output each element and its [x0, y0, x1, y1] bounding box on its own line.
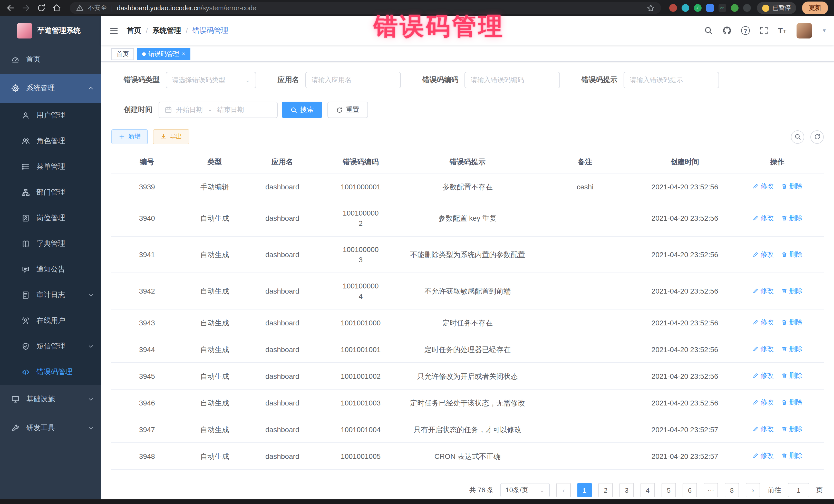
sidebar-item-label: 角色管理: [37, 136, 65, 146]
table-row: 3945自动生成dashboard1001001002只允许修改为开启或者关闭状…: [111, 363, 824, 389]
sidebar-item-devtools[interactable]: 研发工具: [0, 414, 101, 442]
delete-button[interactable]: 删除: [781, 181, 803, 192]
extension-icon-blue-grid[interactable]: [706, 4, 714, 12]
edit-button[interactable]: 修改: [752, 397, 774, 408]
error-msg-input[interactable]: 请输入错误码提示: [623, 72, 719, 88]
delete-button[interactable]: 删除: [781, 317, 803, 327]
delete-button[interactable]: 删除: [781, 424, 803, 434]
sidebar-item-post[interactable]: 岗位管理: [0, 205, 101, 231]
prev-page-button[interactable]: ‹: [556, 483, 571, 497]
browser-back-icon[interactable]: [6, 3, 15, 13]
hamburger-icon[interactable]: [109, 26, 118, 35]
sidebar-item-user[interactable]: 用户管理: [0, 103, 101, 128]
error-type-select[interactable]: 请选择错误码类型 ⌄: [166, 72, 256, 88]
chevron-down-icon[interactable]: ▼: [822, 28, 827, 34]
sidebar-item-online-user[interactable]: 在线用户: [0, 308, 101, 334]
add-button[interactable]: 新增: [111, 129, 148, 144]
edit-button[interactable]: 修改: [752, 213, 774, 223]
paused-badge[interactable]: 已暂停: [757, 2, 796, 14]
edit-button[interactable]: 修改: [752, 451, 774, 461]
help-icon[interactable]: ?: [741, 26, 750, 35]
delete-button[interactable]: 删除: [781, 249, 803, 259]
page-button-6[interactable]: 6: [683, 483, 697, 497]
pinned-extension-icon[interactable]: [743, 4, 751, 12]
browser-refresh-icon[interactable]: [37, 3, 46, 13]
delete-button[interactable]: 删除: [781, 213, 803, 223]
edit-button[interactable]: 修改: [752, 317, 774, 327]
browser-home-icon[interactable]: [52, 3, 62, 13]
toggle-search-button[interactable]: [791, 130, 804, 144]
sidebar-item-dict[interactable]: 字典管理: [0, 231, 101, 257]
breadcrumb-system[interactable]: 系统管理: [152, 26, 181, 35]
address-bar[interactable]: 不安全 | dashboard.yudao.iocoder.cn/system/…: [70, 2, 661, 14]
error-code-input[interactable]: 请输入错误码编码: [464, 72, 560, 88]
extension-icon-red[interactable]: [669, 4, 677, 12]
extension-icon-teal[interactable]: [682, 4, 689, 12]
edit-button[interactable]: 修改: [752, 286, 774, 296]
cell-app: dashboard: [247, 443, 318, 469]
cell-id: 3942: [111, 273, 183, 309]
sidebar-item-system[interactable]: 系统管理: [0, 74, 101, 103]
delete-button[interactable]: 删除: [781, 397, 803, 408]
cell-id: 3946: [111, 389, 183, 416]
fullscreen-icon[interactable]: [760, 26, 768, 35]
cell-remark: ceshi: [532, 173, 638, 200]
delete-button[interactable]: 删除: [781, 286, 803, 296]
delete-button[interactable]: 删除: [781, 451, 803, 461]
sidebar-item-error-code[interactable]: 错误码管理: [0, 359, 101, 385]
tags-view: 首页 错误码管理 ×: [101, 45, 834, 62]
export-button[interactable]: 导出: [153, 129, 190, 144]
goto-page-input[interactable]: [788, 483, 809, 497]
more-pages-button[interactable]: ···: [704, 483, 718, 497]
page-size-select[interactable]: 10条/页 ⌄: [500, 483, 550, 497]
cell-remark: [532, 309, 638, 336]
search-button[interactable]: 搜索: [282, 102, 322, 118]
edit-button[interactable]: 修改: [752, 344, 774, 354]
sidebar-item-home[interactable]: 首页: [0, 45, 101, 74]
reset-button[interactable]: 重置: [327, 102, 368, 118]
font-size-icon[interactable]: TT: [778, 26, 787, 35]
sidebar-item-menu[interactable]: 菜单管理: [0, 154, 101, 180]
sidebar-item-sms[interactable]: 短信管理: [0, 334, 101, 359]
update-button[interactable]: 更新: [802, 2, 828, 14]
app-name-input[interactable]: 请输入应用名: [305, 72, 401, 88]
tab-home[interactable]: 首页: [111, 48, 134, 60]
sidebar-item-dept[interactable]: 部门管理: [0, 180, 101, 205]
browser-forward-icon[interactable]: [22, 3, 31, 13]
close-icon[interactable]: ×: [182, 51, 185, 57]
breadcrumb-home[interactable]: 首页: [127, 26, 141, 35]
sidebar-menu: 首页系统管理用户管理角色管理菜单管理部门管理岗位管理字典管理通知公告审计日志在线…: [0, 45, 101, 442]
sidebar-item-role[interactable]: 角色管理: [0, 128, 101, 154]
edit-button[interactable]: 修改: [752, 424, 774, 434]
cell-app: dashboard: [247, 389, 318, 416]
cell-id: 3944: [111, 336, 183, 363]
github-icon[interactable]: [723, 26, 731, 35]
next-page-button[interactable]: ›: [746, 483, 760, 497]
refresh-table-button[interactable]: [810, 130, 824, 144]
page-button-3[interactable]: 3: [619, 483, 634, 497]
sidebar-item-audit-log[interactable]: 审计日志: [0, 282, 101, 308]
page-button-1[interactable]: 1: [577, 483, 592, 497]
delete-button[interactable]: 删除: [781, 371, 803, 381]
sidebar-item-infra[interactable]: 基础设施: [0, 385, 101, 414]
page-button-8[interactable]: 8: [725, 483, 739, 497]
date-range-picker[interactable]: 开始日期 - 结束日期: [159, 102, 278, 118]
extension-icon-green-check[interactable]: ✓: [694, 4, 702, 12]
monitor-icon: [11, 395, 20, 403]
page-button-2[interactable]: 2: [598, 483, 613, 497]
edit-button[interactable]: 修改: [752, 249, 774, 259]
bookmark-star-icon[interactable]: [647, 4, 655, 12]
edit-button[interactable]: 修改: [752, 371, 774, 381]
page-button-4[interactable]: 4: [640, 483, 655, 497]
user-avatar[interactable]: [796, 23, 812, 38]
edit-button[interactable]: 修改: [752, 181, 774, 192]
app-logo[interactable]: 芋道管理系统: [0, 16, 101, 45]
cell-msg: 参数配置不存在: [403, 173, 532, 200]
delete-button[interactable]: 删除: [781, 344, 803, 354]
tab-error-code[interactable]: 错误码管理 ×: [137, 48, 191, 60]
extension-icon-dark[interactable]: on: [719, 4, 726, 12]
page-button-5[interactable]: 5: [662, 483, 676, 497]
sidebar-item-notice[interactable]: 通知公告: [0, 257, 101, 282]
extension-icon-leaf[interactable]: [731, 4, 739, 12]
search-icon[interactable]: [704, 26, 713, 35]
